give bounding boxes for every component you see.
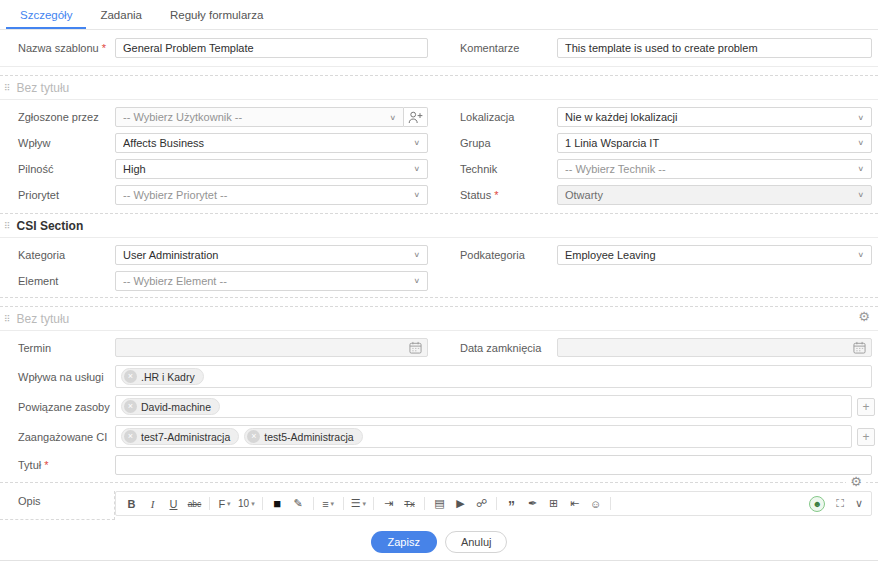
clear-format-icon[interactable]: Tx	[400, 494, 419, 513]
comments-input[interactable]	[557, 38, 872, 58]
remove-tag-icon[interactable]: ×	[124, 430, 137, 443]
field-row: Powiązane zasoby × David-machine +	[0, 395, 878, 418]
gear-icon[interactable]: ⚙	[846, 475, 866, 488]
drag-handle-icon[interactable]: ⠿	[4, 221, 11, 231]
comments-label: Komentarze	[428, 42, 557, 54]
font-size-button[interactable]: 10 ▾	[236, 494, 257, 513]
priority-label: Priorytet	[0, 189, 115, 201]
tab-szczegoly[interactable]: Szczegóły	[6, 0, 86, 29]
remove-tag-icon[interactable]: ×	[124, 370, 137, 383]
field-row: Kategoria User Administration ∨ Podkateg…	[0, 245, 878, 265]
toolbar-separator	[209, 497, 210, 510]
requester-select[interactable]: -- Wybierz Użytkownik -- ∨	[115, 107, 404, 127]
category-select[interactable]: User Administration ∨	[115, 245, 428, 265]
select-value: User Administration	[123, 249, 413, 261]
remove-tag-icon[interactable]: ×	[124, 400, 137, 413]
urgency-select[interactable]: High ∨	[115, 159, 428, 179]
drag-handle-icon[interactable]: ⠿	[4, 83, 11, 93]
empty-cell	[872, 491, 878, 520]
related-assets-input[interactable]: × David-machine	[115, 395, 852, 418]
affected-services-label: Wpływa na usługi	[0, 371, 115, 383]
field-row: Wpływ Affects Business ∨ Grupa 1 Linia W…	[0, 133, 878, 153]
affected-services-input[interactable]: × .HR i Kadry	[115, 365, 872, 388]
italic-icon[interactable]: I	[143, 494, 162, 513]
tab-reguly-formularza[interactable]: Reguły formularza	[156, 0, 277, 29]
select-value: Otwarty	[565, 189, 857, 201]
toolbar-right-group: ☻ ⛶ ∨	[809, 496, 865, 512]
template-name-input[interactable]	[115, 38, 428, 58]
title-input[interactable]	[115, 455, 872, 475]
emoji-icon[interactable]: ☺	[586, 494, 605, 513]
item-select[interactable]: -- Wybierz Element -- ∨	[115, 271, 428, 291]
field-row: Zaangażowane CI × test7-Administracja × …	[0, 425, 878, 448]
template-name-row: Nazwa szablonu * Komentarze	[0, 38, 878, 58]
requester-label: Zgłoszone przez	[0, 111, 115, 123]
group-label: Grupa	[428, 137, 557, 149]
tag-chip: × test7-Administracja	[121, 428, 239, 445]
select-value: Employee Leaving	[565, 249, 857, 261]
save-button[interactable]: Zapisz	[371, 531, 437, 553]
signature-icon[interactable]: ✒	[523, 494, 542, 513]
insert-video-icon[interactable]: ▶	[451, 494, 470, 513]
font-size-value: 10	[238, 498, 249, 509]
collapse-toolbar-icon[interactable]: ∨	[855, 497, 863, 510]
align-icon: ≡	[322, 498, 328, 510]
description-label: Opis	[0, 491, 115, 520]
rich-text-editor: B I U abc F ▾ 10 ▾	[115, 491, 872, 520]
underline-icon[interactable]: U	[164, 494, 183, 513]
gear-icon[interactable]: ⚙	[858, 310, 870, 323]
urgency-label: Pilność	[0, 163, 115, 175]
section-title: CSI Section	[17, 219, 84, 233]
font-color-icon[interactable]: ■	[268, 494, 287, 513]
fullscreen-icon[interactable]: ⛶	[836, 497, 844, 510]
indent-icon[interactable]: ⇥	[379, 494, 398, 513]
drag-handle-icon[interactable]: ⠿	[4, 314, 11, 324]
quote-icon[interactable]: ”	[502, 494, 521, 513]
toolbar-separator	[343, 497, 344, 510]
subcategory-select[interactable]: Employee Leaving ∨	[557, 245, 872, 265]
insert-link-icon[interactable]: ☍	[472, 494, 491, 513]
close-date-label: Data zamknięcia	[428, 342, 557, 354]
tag-label: David-machine	[141, 401, 211, 413]
involved-ci-input[interactable]: × test7-Administracja × test5-Administra…	[115, 425, 852, 448]
calendar-icon	[409, 341, 422, 354]
list-icon: ☰	[351, 497, 361, 510]
related-assets-label: Powiązane zasoby	[0, 401, 115, 413]
strikethrough-icon[interactable]: abc	[185, 494, 204, 513]
impact-select[interactable]: Affects Business ∨	[115, 133, 428, 153]
subcategory-label: Podkategoria	[428, 249, 557, 261]
technician-select[interactable]: -- Wybierz Technik -- ∨	[557, 159, 872, 179]
add-asset-button[interactable]: +	[857, 398, 875, 416]
select-value: 1 Linia Wsparcia IT	[565, 137, 857, 149]
due-date-label: Termin	[0, 342, 115, 354]
category-label: Kategoria	[0, 249, 115, 261]
tab-zadania[interactable]: Zadania	[86, 0, 156, 29]
toolbar-separator	[262, 497, 263, 510]
list-button[interactable]: ☰ ▾	[349, 494, 368, 513]
insert-image-icon[interactable]: ▤	[430, 494, 449, 513]
field-row: Element -- Wybierz Element -- ∨	[0, 271, 878, 291]
add-user-button[interactable]	[404, 107, 428, 127]
remove-tag-icon[interactable]: ×	[247, 430, 260, 443]
tag-label: test5-Administracja	[264, 431, 353, 443]
due-date-input	[115, 338, 428, 357]
template-name-label: Nazwa szablonu *	[0, 42, 115, 54]
assistant-icon[interactable]: ☻	[809, 496, 825, 512]
align-button[interactable]: ≡ ▾	[319, 494, 338, 513]
location-select[interactable]: Nie w każdej lokalizacji ∨	[557, 107, 872, 127]
chevron-down-icon: ∨	[857, 113, 864, 120]
font-family-button[interactable]: F ▾	[215, 494, 234, 513]
group-select[interactable]: 1 Linia Wsparcia IT ∨	[557, 133, 872, 153]
add-ci-button[interactable]: +	[857, 428, 875, 446]
priority-select[interactable]: -- Wybierz Priorytet -- ∨	[115, 185, 428, 205]
select-value: -- Wybierz Element --	[123, 275, 413, 287]
tag-chip: × test5-Administracja	[244, 428, 362, 445]
insert-table-icon[interactable]: ⊞	[544, 494, 563, 513]
horizontal-rule-icon[interactable]: ⇤	[565, 494, 584, 513]
bold-icon[interactable]: B	[122, 494, 141, 513]
cancel-button[interactable]: Anuluj	[445, 531, 508, 553]
chevron-down-icon: ∨	[857, 139, 864, 146]
form-content: Nazwa szablonu * Komentarze ⠿ Bez tytułu…	[0, 30, 878, 561]
highlight-color-icon[interactable]: ✎	[289, 494, 308, 513]
status-label: Status *	[428, 189, 557, 201]
